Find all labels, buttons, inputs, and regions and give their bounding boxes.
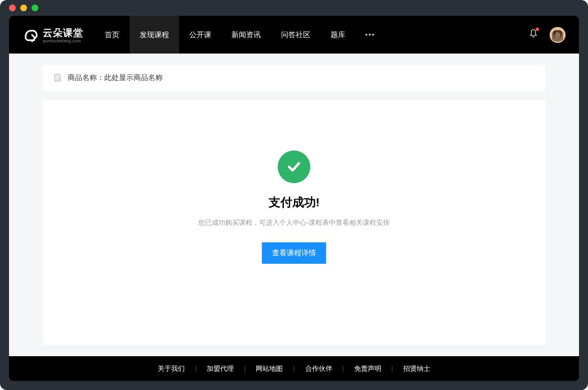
svg-rect-5 [55,79,58,80]
footer-link-partners[interactable]: 合作伙伴 [295,364,342,374]
nav-header: 云朵课堂 yunduoketang.com 首页 发现课程 公开课 新闻资讯 问… [9,16,579,54]
footer-link-careers[interactable]: 招贤纳士 [393,364,440,374]
logo[interactable]: 云朵课堂 yunduoketang.com [23,26,83,43]
notification-dot [536,28,539,31]
cloud-logo-icon [23,26,39,43]
footer-link-franchise[interactable]: 加盟代理 [197,364,244,374]
document-icon [53,73,62,82]
view-course-details-button[interactable]: 查看课程详情 [262,242,326,264]
svg-rect-3 [55,76,60,77]
success-checkmark-icon [278,150,310,183]
window-minimize-button[interactable] [20,5,27,11]
nav-item-qa-community[interactable]: 问答社区 [271,16,320,54]
notification-bell[interactable] [528,29,538,41]
window-maximize-button[interactable] [32,5,38,11]
logo-subtext: yunduoketang.com [43,38,83,43]
nav-item-discover-courses[interactable]: 发现课程 [130,16,179,54]
nav-item-news[interactable]: 新闻资讯 [221,16,271,54]
footer-link-sitemap[interactable]: 网站地图 [246,364,293,374]
footer-link-about[interactable]: 关于我们 [148,364,195,374]
product-name-label: 商品名称：此处显示商品名称 [68,73,163,83]
nav-item-home[interactable]: 首页 [95,16,130,54]
nav-item-question-bank[interactable]: 题库 [320,16,355,54]
logo-text: 云朵课堂 [43,26,83,39]
footer: 关于我们 | 加盟代理 | 网站地图 | 合作伙伴 | 免责声明 | 招贤纳士 [9,356,579,381]
success-subtitle: 您已成功购买课程，可进入个人中心-课程表中查看相关课程安排 [198,218,390,228]
svg-rect-4 [55,77,60,78]
nav-item-open-courses[interactable]: 公开课 [179,16,221,54]
success-card: 支付成功! 您已成功购买课程，可进入个人中心-课程表中查看相关课程安排 查看课程… [43,100,545,345]
nav-more-button[interactable] [355,16,384,54]
avatar[interactable] [550,27,565,43]
nav-items: 首页 发现课程 公开课 新闻资讯 问答社区 题库 [95,16,384,54]
window-titlebar [0,0,588,16]
footer-link-disclaimer[interactable]: 免责声明 [344,364,391,374]
product-name-bar: 商品名称：此处显示商品名称 [43,65,545,91]
window-close-button[interactable] [9,5,16,11]
ellipsis-icon [366,34,367,36]
success-title: 支付成功! [269,194,320,210]
